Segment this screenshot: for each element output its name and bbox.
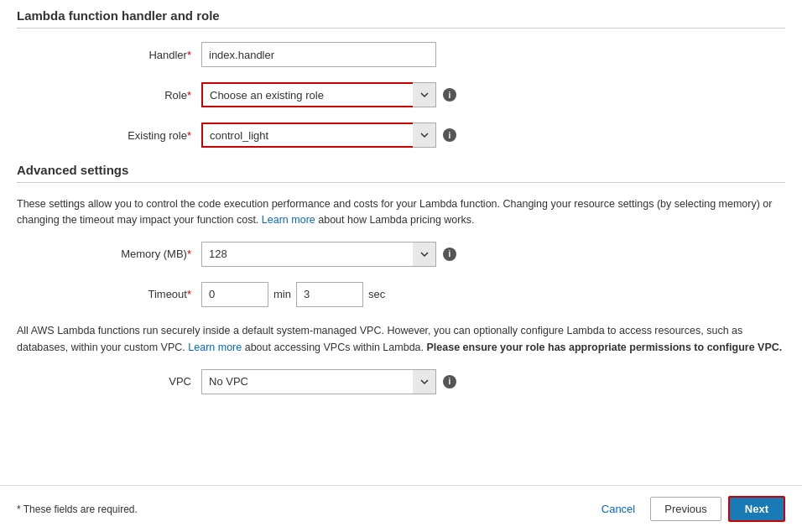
role-info-icon: i [443, 88, 456, 102]
existing-role-dropdown-arrow[interactable] [413, 123, 436, 148]
memory-control: 128 i [201, 242, 456, 267]
vpc-select-wrapper: No VPC [201, 369, 436, 394]
timeout-group: min sec [201, 282, 385, 307]
existing-role-select-wrapper: control_light [201, 123, 436, 148]
timeout-sec-label: sec [368, 288, 385, 300]
vpc-select[interactable]: No VPC [201, 369, 436, 394]
memory-label: Memory (MB)* [17, 248, 201, 260]
memory-row: Memory (MB)* 128 i [17, 242, 785, 267]
memory-select-wrapper: 128 [201, 242, 436, 267]
existing-role-label: Existing role* [17, 129, 201, 142]
role-label: Role* [17, 89, 201, 102]
role-row: Role* Choose an existing role i [17, 82, 785, 107]
vpc-dropdown-arrow[interactable] [413, 369, 436, 394]
memory-dropdown-arrow[interactable] [413, 242, 436, 267]
vpc-label: VPC [17, 375, 201, 388]
cancel-button[interactable]: Cancel [593, 498, 643, 520]
existing-role-info-icon: i [443, 128, 456, 142]
existing-role-select[interactable]: control_light [201, 123, 436, 148]
learn-more-vpc-link[interactable]: Learn more [188, 342, 242, 353]
footer: * These fields are required. Cancel Prev… [0, 485, 802, 532]
role-dropdown-arrow[interactable] [413, 82, 436, 107]
role-select[interactable]: Choose an existing role [201, 82, 436, 107]
advanced-settings-description: These settings allow you to control the … [17, 196, 785, 228]
existing-role-control: control_light i [201, 123, 456, 148]
handler-label: Handler* [17, 49, 201, 61]
main-content: Lambda function handler and role Handler… [0, 0, 802, 485]
vpc-info-icon: i [443, 375, 456, 389]
timeout-sec-input[interactable] [296, 282, 363, 307]
handler-row: Handler* [17, 42, 785, 67]
timeout-min-label: min [273, 288, 291, 300]
required-note: * These fields are required. [17, 503, 138, 515]
advanced-settings-title: Advanced settings [17, 163, 785, 183]
page-container: Lambda function handler and role Handler… [0, 0, 802, 532]
vpc-control: No VPC i [201, 369, 456, 394]
section-title-handler-role: Lambda function handler and role [17, 8, 785, 29]
timeout-min-input[interactable] [201, 282, 268, 307]
next-button[interactable]: Next [728, 496, 785, 522]
role-select-wrapper: Choose an existing role [201, 82, 436, 107]
vpc-row: VPC No VPC i [17, 369, 785, 394]
learn-more-pricing-link[interactable]: Learn more [262, 214, 315, 226]
footer-buttons: Cancel Previous Next [593, 496, 785, 522]
handler-input[interactable] [201, 42, 436, 67]
advanced-settings-section: Advanced settings These settings allow y… [17, 163, 785, 394]
memory-select[interactable]: 128 [201, 242, 436, 267]
timeout-control: min sec [201, 282, 385, 307]
timeout-row: Timeout* min sec [17, 282, 785, 307]
handler-control [201, 42, 436, 67]
previous-button[interactable]: Previous [650, 497, 721, 521]
memory-info-icon: i [443, 248, 456, 261]
vpc-description: All AWS Lambda functions run securely in… [17, 322, 785, 356]
existing-role-row: Existing role* control_light i [17, 123, 785, 148]
timeout-label: Timeout* [17, 288, 201, 300]
role-control: Choose an existing role i [201, 82, 456, 107]
